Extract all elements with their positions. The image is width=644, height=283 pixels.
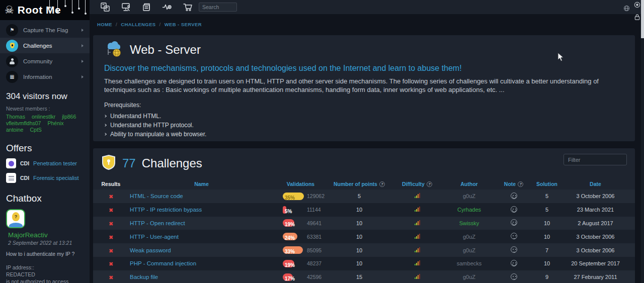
newest-members-label: Newest members : bbox=[6, 106, 84, 112]
avatar[interactable]: ? bbox=[6, 209, 25, 228]
author[interactable]: Cyrhades bbox=[443, 207, 496, 213]
offer-item[interactable]: CDI Penetration tester bbox=[6, 158, 84, 168]
scrollbar[interactable] bbox=[641, 0, 644, 283]
member-link[interactable]: Thomas bbox=[6, 114, 25, 120]
breadcrumb-web-server[interactable]: WEB - SERVER bbox=[165, 22, 202, 27]
network-share-icon[interactable] bbox=[120, 2, 131, 13]
author[interactable]: Swissky bbox=[443, 220, 496, 226]
challenge-link[interactable]: HTTP - User-agent bbox=[129, 234, 274, 240]
newest-members-list: Thomas onlinestlkr jlp866 vfleitvmfldhs0… bbox=[6, 114, 84, 133]
member-link[interactable]: antoine bbox=[6, 127, 23, 133]
target-icon[interactable] bbox=[634, 1, 640, 10]
solution-count[interactable]: 10 bbox=[532, 234, 562, 240]
challenge-link[interactable]: HTML - Source code bbox=[129, 193, 274, 199]
chevron-bullet-icon bbox=[104, 124, 107, 127]
challenge-link[interactable]: PHP - Command injection bbox=[129, 260, 274, 266]
validation-count: 48237 bbox=[307, 260, 321, 266]
category-description: These challenges are designed to train u… bbox=[104, 77, 624, 94]
validation-count: 11144 bbox=[307, 207, 321, 213]
edge-toolbar bbox=[634, 1, 640, 23]
solution-count[interactable]: 7 bbox=[532, 247, 562, 253]
table-row[interactable]: ✖ PHP - Command injection 19%48237 10 sa… bbox=[93, 257, 635, 270]
offer-item[interactable]: CDI Forensic specialist bbox=[6, 173, 84, 183]
challenge-link[interactable]: Weak password bbox=[129, 247, 274, 253]
author[interactable]: g0uZ bbox=[443, 193, 496, 199]
challenge-link[interactable]: Backup file bbox=[129, 274, 274, 280]
chatbox-title: Chatbox bbox=[6, 193, 84, 204]
help-icon[interactable]: ? bbox=[427, 181, 432, 187]
validation-bar: 19% bbox=[283, 260, 307, 267]
author[interactable]: g0uZ bbox=[443, 274, 496, 280]
sidebar-item-capture-the-flag[interactable]: ⚑ Capture The Flag bbox=[0, 22, 90, 38]
cart-icon[interactable] bbox=[182, 2, 193, 13]
member-link[interactable]: onlinestlkr bbox=[32, 114, 55, 120]
sidebar-item-information[interactable]: ▦ Information bbox=[0, 69, 90, 84]
filter-input[interactable] bbox=[564, 154, 627, 165]
page-title: Web - Server bbox=[130, 43, 201, 57]
sidebar-item-challenges[interactable]: Challenges bbox=[0, 38, 90, 53]
difficulty-icon bbox=[415, 234, 420, 239]
author[interactable]: g0uZ bbox=[443, 247, 496, 253]
solution-count[interactable]: 10 bbox=[532, 260, 562, 266]
language-globe-icon[interactable] bbox=[623, 5, 630, 14]
documents-icon[interactable] bbox=[141, 2, 151, 13]
member-link[interactable]: jlp866 bbox=[62, 114, 76, 120]
help-icon[interactable]: ? bbox=[518, 181, 523, 187]
member-link[interactable]: Phénix bbox=[47, 120, 63, 126]
breadcrumb-challenges[interactable]: CHALLENGES bbox=[121, 22, 155, 27]
activity-pulse-icon[interactable] bbox=[162, 2, 172, 13]
date: 23 March 2021 bbox=[562, 207, 629, 213]
solution-count[interactable]: 10 bbox=[532, 220, 562, 226]
difficulty-icon bbox=[415, 260, 420, 265]
sidebar: ☠ Root Me ⚑ Capture The Flag Challenges … bbox=[0, 0, 90, 283]
chat-username[interactable]: MajorReactiv bbox=[8, 231, 84, 239]
points: 10 bbox=[327, 234, 391, 240]
qr-news-icon[interactable] bbox=[100, 2, 110, 13]
validation-bar: 19% bbox=[283, 219, 307, 227]
prerequisites-list: Understand HTML. Understand the HTTP pro… bbox=[104, 112, 624, 139]
table-row[interactable]: ✖ HTTP - User-agent 24%63381 10 g0uZ 10 … bbox=[93, 230, 635, 243]
chevron-right-icon bbox=[82, 75, 84, 78]
member-link[interactable]: vfleitvmfldhs07 bbox=[6, 120, 41, 126]
table-row[interactable]: ✖ Weak password 33%85095 10 g0uZ 7 3 Oct… bbox=[93, 243, 635, 257]
shield-icon bbox=[6, 40, 18, 52]
solution-count[interactable]: 5 bbox=[532, 207, 562, 213]
member-link[interactable]: CptS bbox=[30, 127, 41, 133]
search-input[interactable] bbox=[199, 3, 237, 12]
challenge-link[interactable]: HTTP - IP restriction bypass bbox=[129, 207, 274, 213]
author[interactable]: g0uZ bbox=[443, 234, 496, 240]
flag-icon: ⚑ bbox=[6, 24, 18, 36]
sidebar-menu: ⚑ Capture The Flag Challenges Community … bbox=[0, 22, 90, 84]
solution-count[interactable]: 5 bbox=[532, 193, 562, 199]
visitors-count: 304 visitors now bbox=[6, 91, 84, 102]
points: 10 bbox=[327, 247, 391, 253]
breadcrumb-home[interactable]: HOME bbox=[97, 22, 112, 27]
note-face-icon bbox=[511, 193, 517, 199]
brand-name: Root Me bbox=[18, 4, 61, 16]
challenges-panel: 77 Challenges Results Name Validations N… bbox=[93, 148, 635, 283]
failed-x-icon: ✖ bbox=[109, 234, 113, 241]
date: 27 February 2011 bbox=[562, 274, 629, 280]
author[interactable]: sambecks bbox=[443, 260, 496, 266]
failed-x-icon: ✖ bbox=[109, 194, 113, 200]
sidebar-item-community[interactable]: Community bbox=[0, 53, 90, 69]
date: 3 October 2006 bbox=[562, 234, 629, 240]
table-row[interactable]: ✖ HTML - Source code 35%129062 5 g0uZ 5 … bbox=[93, 190, 635, 203]
solution-count[interactable]: 9 bbox=[532, 274, 562, 280]
offer-link[interactable]: Penetration tester bbox=[33, 160, 77, 166]
table-row[interactable]: ✖ HTTP - IP restriction bypass 5%11144 1… bbox=[93, 203, 635, 217]
lock-icon[interactable] bbox=[634, 14, 640, 23]
skull-logo-icon: ☠ bbox=[5, 5, 14, 16]
logo[interactable]: ☠ Root Me bbox=[0, 0, 90, 20]
difficulty-icon bbox=[415, 274, 420, 279]
table-row[interactable]: ✖ Backup file 17%42596 15 g0uZ 9 27 Febr… bbox=[93, 270, 635, 283]
offers-title: Offers bbox=[6, 143, 84, 154]
validation-count: 85095 bbox=[307, 247, 321, 253]
challenge-link[interactable]: HTTP - Open redirect bbox=[129, 220, 274, 226]
chat-timestamp: 2 September 2022 at 13:21 bbox=[8, 240, 84, 246]
scrollbar-thumb[interactable] bbox=[641, 0, 644, 38]
offer-link[interactable]: Forensic specialist bbox=[33, 175, 78, 181]
table-row[interactable]: ✖ HTTP - Open redirect 19%49641 10 Swiss… bbox=[93, 217, 635, 230]
help-icon[interactable]: ? bbox=[379, 181, 385, 187]
note-face-icon bbox=[511, 219, 517, 226]
